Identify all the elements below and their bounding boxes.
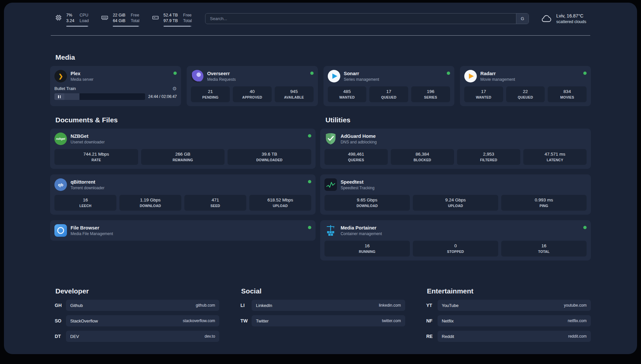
stat-label: UPLOAD bbox=[250, 204, 311, 208]
stat-value: 498,461 bbox=[325, 152, 387, 157]
adguard-shield-icon bbox=[324, 133, 337, 145]
bookmark-item-reddit[interactable]: RE Redditreddit.com bbox=[422, 331, 591, 342]
storage-metric: 52.4 TB 97.9 TB Free Total bbox=[151, 13, 192, 27]
bookmark-item-github[interactable]: GH Githubgithub.com bbox=[50, 300, 219, 311]
cpu-usage-bar bbox=[66, 26, 89, 27]
app-name: File Browser bbox=[71, 225, 113, 230]
stat-tile: 485 WANTED bbox=[328, 86, 367, 102]
bookmark-url: stackoverflow.com bbox=[183, 318, 215, 323]
plex-icon: ❯ bbox=[54, 70, 67, 82]
status-dot bbox=[308, 226, 311, 229]
bookmark-item-youtube[interactable]: YT YouTubeyoutube.com bbox=[422, 300, 591, 311]
bookmark-item-stackoverflow[interactable]: SO StackOverflowstackoverflow.com bbox=[50, 315, 219, 326]
cpu-percent: 7% bbox=[66, 13, 74, 18]
stat-value: 744.21 Mbps bbox=[55, 152, 137, 157]
stat-tile: 17 QUEUED bbox=[369, 86, 408, 102]
bookmark-item-twitter[interactable]: TW Twittertwitter.com bbox=[236, 315, 405, 326]
stat-value: 16 bbox=[502, 243, 586, 248]
dashboard-panel: 7% 3.24 CPU Load bbox=[4, 3, 637, 354]
stat-tile: 16 LEECH bbox=[54, 195, 116, 211]
stat-value: 1.19 Gbps bbox=[120, 197, 181, 202]
bookmark-name: Reddit bbox=[442, 334, 454, 339]
stat-label: RATE bbox=[55, 158, 137, 162]
stat-value: 9.65 Gbps bbox=[325, 197, 409, 202]
stat-label: QUERIES bbox=[325, 158, 387, 162]
app-description: Movie management bbox=[480, 77, 515, 82]
app-description: Container management bbox=[341, 231, 382, 236]
stat-label: QUEUED bbox=[507, 95, 544, 99]
sonarr-icon bbox=[328, 70, 340, 82]
stat-label: PENDING bbox=[192, 95, 229, 99]
app-card-speedtest[interactable]: Speedtest Speedtest Tracking 9.65 Gbps D… bbox=[320, 174, 591, 215]
status-dot bbox=[447, 72, 450, 75]
stat-tile: 0.993 ms PING bbox=[501, 195, 587, 211]
bookmark-url: netflix.com bbox=[568, 318, 587, 323]
stat-value: 9.24 Gbps bbox=[413, 197, 498, 202]
bookmark-name: StackOverflow bbox=[70, 318, 98, 323]
speedtest-graph-icon bbox=[324, 178, 337, 191]
plex-chevron-glyph: ❯ bbox=[58, 73, 63, 80]
cloud-icon bbox=[541, 15, 552, 23]
pause-button[interactable] bbox=[54, 93, 64, 100]
bookmark-group-title: Developer bbox=[55, 287, 219, 295]
app-name: NZBGet bbox=[71, 134, 105, 139]
stat-value: 39.6 TB bbox=[228, 152, 311, 157]
bookmark-abbr: LI bbox=[236, 303, 252, 308]
app-name: Overseerr bbox=[207, 71, 236, 76]
stat-tile: 39.6 TB DOWNLOADED bbox=[228, 149, 311, 165]
app-card-overseerr[interactable]: Overseerr Media Requests 21 PENDING 40 A… bbox=[187, 66, 318, 106]
bookmark-name: Github bbox=[70, 303, 83, 308]
search-input[interactable] bbox=[205, 14, 516, 24]
app-card-radarr[interactable]: Radarr Movie management 17 WANTED 22 QUE… bbox=[460, 66, 591, 106]
section-title-media: Media bbox=[55, 53, 591, 61]
bookmark-url: linkedin.com bbox=[379, 303, 401, 308]
stat-value: 17 bbox=[370, 89, 408, 94]
settings-gear-icon[interactable]: ⚙ bbox=[172, 86, 177, 91]
stat-tile: 9.24 Gbps UPLOAD bbox=[413, 195, 498, 211]
bookmark-group-social: Social LI LinkedInlinkedin.com TW Twitte… bbox=[236, 287, 405, 346]
stat-label: FILTERED bbox=[458, 158, 520, 162]
app-card-filebrowser[interactable]: File Browser Media File Management bbox=[50, 220, 316, 241]
stat-label: WANTED bbox=[328, 95, 366, 99]
app-card-adguard[interactable]: AdGuard Home DNS and adblocking 498,461 … bbox=[320, 129, 591, 169]
stat-tile: 86,384 BLOCKED bbox=[391, 149, 454, 165]
bookmark-item-linkedin[interactable]: LI LinkedInlinkedin.com bbox=[236, 300, 405, 311]
now-playing-widget: Bullet Train ⚙ 24:44 / 02:06:47 bbox=[54, 86, 177, 100]
app-name: qBittorrent bbox=[71, 179, 105, 185]
stat-value: 196 bbox=[412, 89, 449, 94]
stat-value: 40 bbox=[233, 89, 271, 94]
app-card-qbittorrent[interactable]: qb qBittorrent Torrent downloader 16 LEE… bbox=[50, 174, 316, 215]
app-name: Speedtest bbox=[341, 179, 375, 185]
storage-total-value: 97.9 TB bbox=[164, 18, 178, 24]
stat-label: SERIES bbox=[412, 95, 449, 99]
seek-bar[interactable] bbox=[64, 93, 145, 100]
app-name: Plex bbox=[71, 71, 93, 76]
stat-tile: 16 TOTAL bbox=[501, 241, 587, 257]
seek-bar-fill bbox=[64, 93, 79, 100]
bookmark-item-dev[interactable]: DT DEVdev.to bbox=[50, 331, 219, 342]
stat-label: BLOCKED bbox=[391, 158, 453, 162]
stat-label: RUNNING bbox=[325, 250, 409, 254]
app-name: Sonarr bbox=[344, 71, 379, 76]
app-description: Media server bbox=[71, 77, 93, 82]
stat-label: TOTAL bbox=[502, 250, 586, 254]
search-engine-badge[interactable]: G bbox=[516, 14, 529, 24]
app-description: Speedtest Tracking bbox=[341, 186, 375, 190]
bookmark-item-netflix[interactable]: NF Netflixnetflix.com bbox=[422, 315, 591, 326]
app-card-plex[interactable]: ❯ Plex Media server Bullet Train ⚙ bbox=[50, 66, 181, 106]
stat-value: 16 bbox=[55, 197, 116, 202]
stat-tile: 744.21 Mbps RATE bbox=[54, 149, 138, 165]
weather-widget[interactable]: Lviv, 16.87°C scattered clouds bbox=[541, 13, 586, 24]
app-card-portainer[interactable]: Media Portainer Container management 16 … bbox=[320, 220, 591, 260]
stat-value: 86,384 bbox=[391, 152, 453, 157]
app-card-nzbget[interactable]: nzbget NZBGet Usenet downloader 744.21 M… bbox=[50, 129, 316, 169]
bookmark-name: DEV bbox=[70, 334, 79, 339]
stat-value: 945 bbox=[275, 89, 313, 94]
nzbget-icon: nzbget bbox=[54, 133, 67, 145]
app-card-sonarr[interactable]: Sonarr Series management 485 WANTED 17 Q… bbox=[323, 66, 454, 106]
stat-label: STOPPED bbox=[413, 250, 498, 254]
stat-label: AVAILABLE bbox=[275, 95, 313, 99]
stat-value: 2,953 bbox=[458, 152, 520, 157]
stat-value: 471 bbox=[185, 197, 246, 202]
bookmark-abbr: YT bbox=[422, 303, 438, 308]
